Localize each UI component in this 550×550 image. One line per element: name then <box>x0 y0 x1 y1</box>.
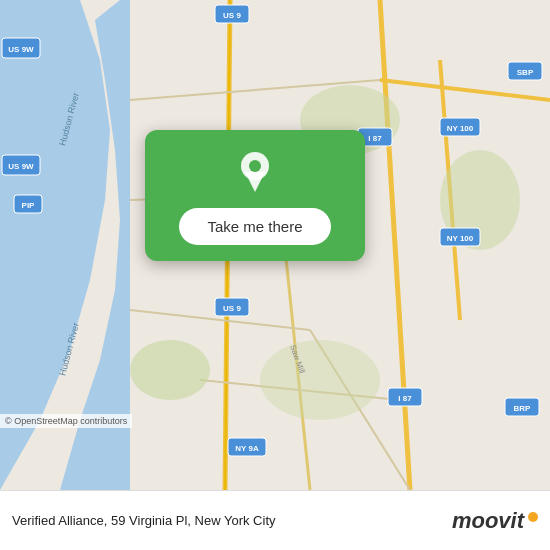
moovit-logo: moovit <box>452 508 538 534</box>
moovit-logo-dot <box>528 512 538 522</box>
osm-attribution: © OpenStreetMap contributors <box>0 414 132 428</box>
take-me-there-button[interactable]: Take me there <box>179 208 330 245</box>
svg-marker-47 <box>245 172 265 192</box>
svg-text:US 9W: US 9W <box>8 45 34 54</box>
svg-text:SBP: SBP <box>517 68 534 77</box>
svg-text:PIP: PIP <box>22 201 36 210</box>
svg-text:I 87: I 87 <box>398 394 412 403</box>
svg-text:NY 100: NY 100 <box>447 234 474 243</box>
svg-text:US 9: US 9 <box>223 304 241 313</box>
moovit-logo-text: moovit <box>452 508 524 534</box>
svg-text:NY 100: NY 100 <box>447 124 474 133</box>
map-container: US 9W US 9W PIP US 9 US 9 I 87 I 87 SBP … <box>0 0 550 490</box>
bottom-bar: Verified Alliance, 59 Virginia Pl, New Y… <box>0 490 550 550</box>
svg-text:US 9: US 9 <box>223 11 241 20</box>
svg-point-18 <box>260 340 380 420</box>
svg-text:US 9W: US 9W <box>8 162 34 171</box>
popup-card: Take me there <box>145 130 365 261</box>
svg-text:BRP: BRP <box>514 404 532 413</box>
location-text: Verified Alliance, 59 Virginia Pl, New Y… <box>12 513 452 528</box>
svg-point-15 <box>130 340 210 400</box>
svg-text:I 87: I 87 <box>368 134 382 143</box>
svg-point-48 <box>249 160 261 172</box>
location-pin-icon <box>231 148 279 196</box>
svg-text:NY 9A: NY 9A <box>235 444 259 453</box>
